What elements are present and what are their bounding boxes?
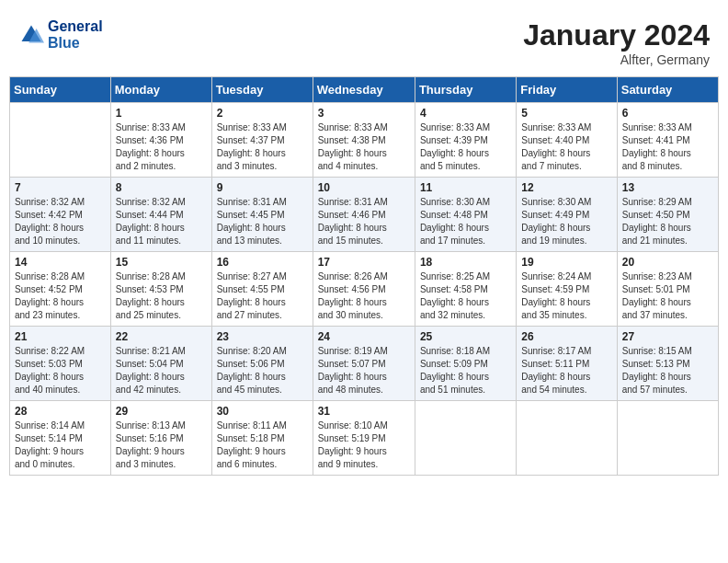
cell-line: Daylight: 8 hours — [521, 372, 590, 382]
cell-line: and 9 minutes. — [318, 459, 379, 469]
day-number: 6 — [622, 107, 713, 120]
cell-content: Sunrise: 8:33 AMSunset: 4:37 PMDaylight:… — [217, 121, 308, 173]
day-number: 9 — [217, 181, 308, 194]
cell-line: Sunrise: 8:33 AM — [116, 122, 186, 132]
day-number: 28 — [15, 405, 106, 418]
month-title: January 2024 — [523, 18, 710, 52]
day-number: 5 — [521, 107, 611, 120]
day-number: 2 — [217, 107, 308, 120]
cell-content: Sunrise: 8:21 AMSunset: 5:04 PMDaylight:… — [116, 345, 207, 396]
cell-line: and 3 minutes. — [116, 459, 176, 469]
calendar-cell-w0-d4: 4Sunrise: 8:33 AMSunset: 4:39 PMDaylight… — [415, 103, 516, 178]
calendar-cell-w1-d6: 13Sunrise: 8:29 AMSunset: 4:50 PMDayligh… — [617, 178, 718, 252]
cell-line: and 32 minutes. — [420, 310, 485, 320]
day-number: 27 — [622, 330, 713, 343]
cell-line: Sunset: 4:48 PM — [420, 210, 488, 220]
cell-line: Sunrise: 8:28 AM — [15, 271, 85, 282]
calendar-cell-w1-d5: 12Sunrise: 8:30 AMSunset: 4:49 PMDayligh… — [517, 178, 617, 252]
calendar-cell-w3-d5: 26Sunrise: 8:17 AMSunset: 5:11 PMDayligh… — [517, 327, 617, 401]
cell-line: Sunrise: 8:20 AM — [217, 346, 287, 356]
cell-line: Sunrise: 8:18 AM — [420, 346, 490, 356]
day-number: 3 — [318, 107, 410, 120]
calendar-cell-w2-d3: 17Sunrise: 8:26 AMSunset: 4:56 PMDayligh… — [313, 252, 415, 327]
calendar-cell-w0-d2: 2Sunrise: 8:33 AMSunset: 4:37 PMDaylight… — [211, 103, 313, 178]
cell-line: and 37 minutes. — [622, 310, 688, 320]
cell-line: Sunrise: 8:22 AM — [15, 346, 85, 356]
cell-content: Sunrise: 8:27 AMSunset: 4:55 PMDaylight:… — [217, 270, 308, 322]
cell-line: Daylight: 8 hours — [622, 148, 691, 158]
calendar-cell-w2-d1: 15Sunrise: 8:28 AMSunset: 4:53 PMDayligh… — [110, 252, 211, 327]
calendar-cell-w1-d1: 8Sunrise: 8:32 AMSunset: 4:44 PMDaylight… — [110, 178, 211, 252]
cell-content: Sunrise: 8:25 AMSunset: 4:58 PMDaylight:… — [420, 270, 511, 322]
day-number: 24 — [318, 330, 410, 343]
cell-line: Sunrise: 8:25 AM — [420, 271, 490, 282]
cell-line: and 30 minutes. — [318, 310, 383, 320]
cell-line: Sunrise: 8:23 AM — [622, 271, 692, 282]
cell-content: Sunrise: 8:26 AMSunset: 4:56 PMDaylight:… — [318, 270, 410, 322]
cell-line: Sunrise: 8:28 AM — [116, 271, 186, 282]
cell-line: Sunset: 4:39 PM — [420, 135, 488, 145]
calendar-cell-w3-d1: 22Sunrise: 8:21 AMSunset: 5:04 PMDayligh… — [110, 327, 211, 401]
cell-line: Sunrise: 8:33 AM — [622, 122, 692, 132]
cell-content: Sunrise: 8:11 AMSunset: 5:18 PMDaylight:… — [217, 419, 308, 471]
cell-line: Daylight: 8 hours — [622, 223, 691, 233]
day-number: 12 — [521, 181, 611, 194]
cell-content: Sunrise: 8:28 AMSunset: 4:53 PMDaylight:… — [116, 270, 207, 322]
cell-line: Sunset: 4:41 PM — [622, 135, 690, 145]
cell-line: and 15 minutes. — [318, 236, 383, 246]
cell-line: Daylight: 9 hours — [116, 446, 185, 456]
logo-icon — [18, 22, 44, 48]
cell-line: Sunrise: 8:11 AM — [217, 420, 287, 431]
col-header-tuesday: Tuesday — [211, 77, 313, 103]
cell-line: Sunset: 4:59 PM — [521, 284, 589, 294]
col-header-thursday: Thursday — [415, 77, 516, 103]
day-number: 22 — [116, 330, 207, 343]
cell-content: Sunrise: 8:10 AMSunset: 5:19 PMDaylight:… — [318, 419, 410, 471]
cell-line: Sunrise: 8:30 AM — [420, 197, 490, 207]
cell-line: Daylight: 8 hours — [521, 223, 590, 233]
cell-content: Sunrise: 8:14 AMSunset: 5:14 PMDaylight:… — [15, 419, 106, 471]
cell-content: Sunrise: 8:29 AMSunset: 4:50 PMDaylight:… — [622, 196, 713, 247]
cell-content: Sunrise: 8:28 AMSunset: 4:52 PMDaylight:… — [15, 270, 106, 322]
cell-content: Sunrise: 8:32 AMSunset: 4:42 PMDaylight:… — [15, 196, 106, 247]
col-header-saturday: Saturday — [617, 77, 718, 103]
cell-line: Sunset: 4:40 PM — [521, 135, 589, 145]
col-header-sunday: Sunday — [10, 77, 111, 103]
cell-line: Sunrise: 8:14 AM — [15, 420, 85, 431]
cell-line: Sunset: 4:56 PM — [318, 284, 386, 294]
cell-content: Sunrise: 8:31 AMSunset: 4:45 PMDaylight:… — [217, 196, 308, 247]
cell-line: Daylight: 8 hours — [217, 223, 286, 233]
cell-line: Sunset: 5:03 PM — [15, 359, 83, 369]
cell-line: and 7 minutes. — [521, 161, 582, 171]
cell-line: Sunrise: 8:10 AM — [318, 420, 388, 431]
cell-line: Sunset: 4:58 PM — [420, 284, 488, 294]
cell-line: Daylight: 8 hours — [116, 297, 185, 307]
cell-line: and 0 minutes. — [15, 459, 75, 469]
cell-line: Daylight: 8 hours — [622, 297, 691, 307]
cell-line: Daylight: 8 hours — [622, 372, 691, 382]
cell-line: and 21 minutes. — [622, 236, 688, 246]
cell-line: and 57 minutes. — [622, 385, 688, 395]
cell-line: Daylight: 8 hours — [217, 297, 286, 307]
cell-line: Sunset: 4:55 PM — [217, 284, 285, 294]
cell-line: Daylight: 8 hours — [116, 372, 185, 382]
day-number: 18 — [420, 256, 511, 269]
cell-line: Daylight: 8 hours — [15, 372, 84, 382]
calendar-cell-w2-d5: 19Sunrise: 8:24 AMSunset: 4:59 PMDayligh… — [517, 252, 617, 327]
day-number: 8 — [116, 181, 207, 194]
day-number: 25 — [420, 330, 511, 343]
cell-line: Daylight: 8 hours — [420, 297, 489, 307]
calendar-cell-w2-d2: 16Sunrise: 8:27 AMSunset: 4:55 PMDayligh… — [211, 252, 313, 327]
cell-line: Sunrise: 8:27 AM — [217, 271, 287, 282]
day-number: 23 — [217, 330, 308, 343]
cell-line: Sunset: 4:46 PM — [318, 210, 386, 220]
col-header-friday: Friday — [517, 77, 617, 103]
cell-line: and 6 minutes. — [217, 459, 278, 469]
cell-line: Sunrise: 8:19 AM — [318, 346, 388, 356]
calendar-cell-w3-d6: 27Sunrise: 8:15 AMSunset: 5:13 PMDayligh… — [617, 327, 718, 401]
cell-line: and 11 minutes. — [116, 236, 181, 246]
day-number: 10 — [318, 181, 410, 194]
cell-content: Sunrise: 8:30 AMSunset: 4:49 PMDaylight:… — [521, 196, 611, 247]
cell-content: Sunrise: 8:31 AMSunset: 4:46 PMDaylight:… — [318, 196, 410, 247]
cell-line: Daylight: 8 hours — [217, 372, 286, 382]
